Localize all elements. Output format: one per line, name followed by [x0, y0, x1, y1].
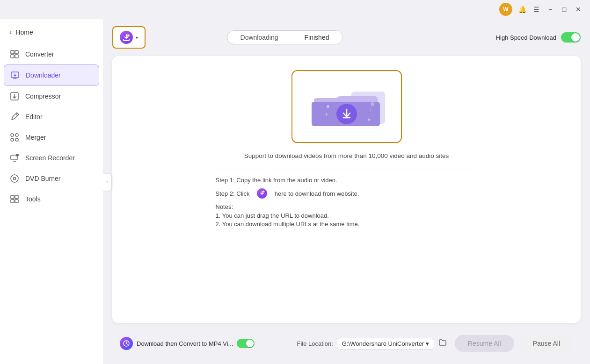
back-arrow-icon: ‹	[9, 28, 12, 36]
sidebar-item-compressor[interactable]: Compressor	[0, 86, 103, 107]
high-speed-label: High Speed Download	[496, 34, 556, 41]
sidebar-item-editor[interactable]: Editor	[0, 107, 103, 127]
illustration-wrapper: + +	[291, 70, 402, 143]
content-area: + + Support to download videos from more…	[112, 56, 581, 323]
convert-toggle-knob	[246, 340, 254, 347]
sidebar-item-downloader[interactable]: Downloader	[4, 64, 99, 86]
file-location-label: File Location:	[297, 340, 333, 347]
svg-point-23	[368, 119, 370, 121]
convert-option: Download then Convert to MP4 Vi...	[120, 337, 290, 350]
notification-icon[interactable]: 🔔	[518, 5, 526, 14]
resume-all-button[interactable]: Resume All	[455, 335, 514, 352]
sidebar-collapse-button[interactable]: ‹	[103, 174, 111, 191]
close-button[interactable]: ✕	[574, 5, 583, 14]
svg-rect-17	[15, 200, 18, 203]
editor-label: Editor	[25, 113, 43, 121]
screen-recorder-icon	[9, 153, 20, 163]
home-label: Home	[15, 29, 33, 36]
editor-icon	[9, 112, 20, 122]
sidebar-item-screen-recorder[interactable]: Screen Recorder	[0, 148, 103, 168]
convert-icon	[120, 337, 133, 350]
convert-toggle[interactable]	[237, 339, 255, 348]
download-illustration: + +	[300, 79, 393, 135]
svg-point-13	[14, 178, 16, 180]
tab-finished[interactable]: Finished	[291, 31, 342, 44]
svg-rect-15	[15, 195, 18, 199]
tab-switcher: Downloading Finished	[227, 30, 343, 44]
file-location-select[interactable]: G:\Wondershare UniConverter ▾	[337, 338, 434, 350]
high-speed-download-section: High Speed Download	[496, 32, 581, 43]
notes-section: Notes: 1. You can just drag the URL to d…	[216, 203, 478, 228]
menu-icon[interactable]: ☰	[532, 5, 540, 14]
tab-downloading[interactable]: Downloading	[227, 31, 291, 44]
merger-label: Merger	[25, 134, 46, 141]
svg-text:+: +	[324, 110, 328, 118]
svg-rect-16	[11, 200, 14, 203]
step2-text: Step 2: Click here to download from webs…	[216, 188, 478, 199]
compressor-label: Compressor	[25, 93, 61, 100]
add-chevron-icon: ▾	[136, 35, 138, 40]
maximize-button[interactable]: □	[560, 5, 568, 14]
svg-rect-1	[15, 50, 18, 54]
dvd-burner-label: DVD Burner	[25, 175, 60, 182]
svg-text:+: +	[369, 107, 372, 114]
svg-rect-2	[11, 55, 14, 58]
add-download-button[interactable]: ▾	[112, 26, 146, 49]
dvd-burner-icon	[9, 173, 20, 184]
sidebar-item-converter[interactable]: Converter	[0, 44, 103, 64]
note2: 2. You can download multiple URLs at the…	[216, 221, 478, 228]
svg-point-6	[11, 134, 14, 136]
file-location-value: G:\Wondershare UniConverter ▾	[342, 340, 429, 347]
avatar-icon[interactable]: W	[499, 3, 512, 16]
support-text: Support to download videos from more tha…	[244, 152, 449, 159]
svg-point-7	[15, 134, 18, 136]
pause-all-button[interactable]: Pause All	[520, 335, 573, 352]
convert-label: Download then Convert to MP4 Vi...	[137, 340, 233, 347]
back-home-button[interactable]: ‹ Home	[0, 24, 103, 44]
svg-point-24	[371, 102, 374, 106]
browse-folder-icon[interactable]	[438, 338, 447, 349]
note1: 1. You can just drag the URL to download…	[216, 212, 478, 219]
action-buttons: Resume All Pause All	[455, 335, 573, 352]
compressor-icon	[9, 91, 20, 101]
sidebar: ‹ Home Converter Do	[0, 19, 103, 364]
tools-label: Tools	[25, 195, 41, 203]
bottom-bar: Download then Convert to MP4 Vi... File …	[112, 330, 581, 357]
step1-text: Step 1: Copy the link from the audio or …	[216, 177, 478, 184]
minimize-button[interactable]: −	[546, 5, 554, 14]
toolbar: ▾ Downloading Finished High Speed Downlo…	[112, 26, 581, 49]
svg-point-11	[16, 154, 19, 157]
svg-rect-14	[11, 195, 14, 199]
converter-icon	[9, 49, 20, 59]
svg-rect-3	[15, 55, 18, 58]
app-container: ‹ Home Converter Do	[0, 19, 590, 364]
svg-rect-0	[11, 50, 14, 54]
svg-point-22	[327, 105, 329, 108]
sidebar-item-dvd-burner[interactable]: DVD Burner	[0, 168, 103, 189]
converter-label: Converter	[25, 50, 54, 58]
svg-point-9	[15, 138, 18, 141]
instructions-section: Step 1: Copy the link from the audio or …	[216, 169, 478, 229]
sidebar-item-tools[interactable]: Tools	[0, 189, 103, 209]
add-download-icon	[120, 31, 133, 44]
main-content: ▾ Downloading Finished High Speed Downlo…	[103, 19, 590, 364]
screen-recorder-label: Screen Recorder	[25, 154, 75, 162]
svg-point-8	[11, 138, 14, 141]
file-location-section: File Location: G:\Wondershare UniConvert…	[297, 338, 447, 350]
merger-icon	[9, 132, 20, 143]
sidebar-item-merger[interactable]: Merger	[0, 127, 103, 148]
step2-prefix: Step 2: Click	[216, 190, 250, 197]
svg-point-12	[11, 175, 18, 182]
titlebar: W 🔔 ☰ − □ ✕	[0, 0, 590, 19]
high-speed-toggle[interactable]	[561, 32, 581, 43]
notes-title: Notes:	[216, 203, 478, 210]
step2-suffix: here to download from website.	[275, 190, 359, 197]
downloader-icon	[10, 70, 20, 80]
step2-inline-icon	[257, 188, 267, 199]
downloader-label: Downloader	[26, 71, 61, 79]
toggle-knob	[571, 33, 580, 42]
tools-icon	[9, 194, 20, 204]
